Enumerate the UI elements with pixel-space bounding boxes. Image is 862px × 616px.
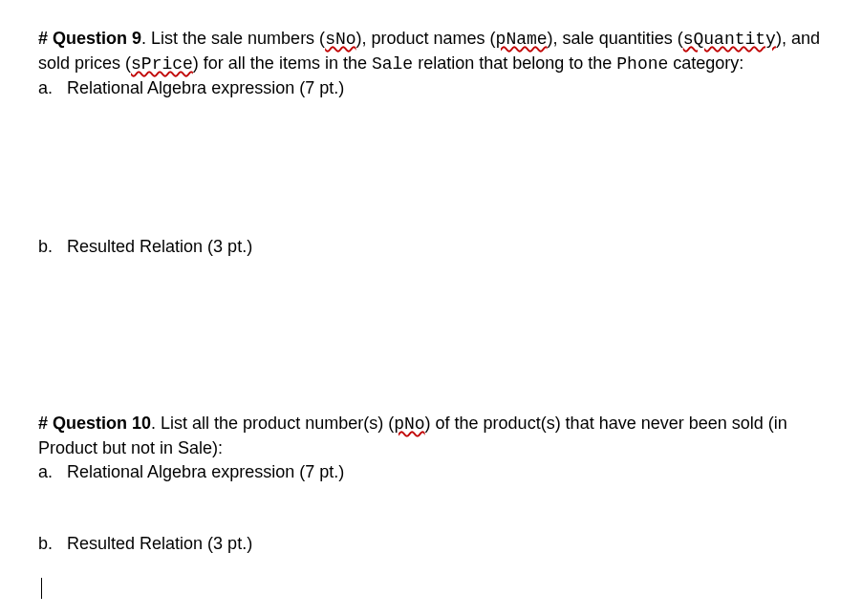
q10-text1: . List all the product number(s) ( xyxy=(151,414,394,433)
q9-text3: ), sale quantities ( xyxy=(548,29,683,48)
q10-header: # Question 10 xyxy=(38,414,151,433)
q9-a-text: Relational Algebra expression (7 pt.) xyxy=(67,78,344,97)
q9-text1: . List the sale numbers ( xyxy=(141,29,325,48)
q9-a-label: a. xyxy=(38,78,53,97)
q10-part-b: b. Resulted Relation (3 pt.) xyxy=(38,532,824,556)
q10-part-a: a. Relational Algebra expression (7 pt.) xyxy=(38,460,824,484)
q9-code-sno: sNo xyxy=(325,28,356,52)
q9-text2: ), product names ( xyxy=(356,29,496,48)
q9-header: # Question 9 xyxy=(38,29,141,48)
q10-b-text: Resulted Relation (3 pt.) xyxy=(67,534,252,553)
q10-a-label: a. xyxy=(38,462,53,481)
q10-b-label: b. xyxy=(38,534,53,553)
question-9: # Question 9. List the sale numbers (sNo… xyxy=(38,27,824,76)
q9-code-sale: Sale xyxy=(372,53,413,76)
q9-code-pname: pName xyxy=(496,28,548,52)
q9-b-text: Resulted Relation (3 pt.) xyxy=(67,237,252,256)
q9-code-squantity: sQuantity xyxy=(683,28,776,52)
q9-code-phone: Phone xyxy=(616,53,668,76)
q10-code-pno: pNo xyxy=(394,413,424,436)
text-cursor xyxy=(38,576,824,600)
q9-text7: category: xyxy=(668,53,743,73)
q9-text5: ) for all the items in the xyxy=(193,53,372,73)
question-10: # Question 10. List all the product numb… xyxy=(38,412,824,460)
q9-part-a: a. Relational Algebra expression (7 pt.) xyxy=(38,76,824,100)
q9-part-b: b. Resulted Relation (3 pt.) xyxy=(38,235,824,259)
q10-a-text: Relational Algebra expression (7 pt.) xyxy=(67,462,344,481)
q9-text6: relation that belong to the xyxy=(413,53,616,73)
q9-b-label: b. xyxy=(38,237,53,256)
q9-code-sprice: sPrice xyxy=(131,53,193,76)
